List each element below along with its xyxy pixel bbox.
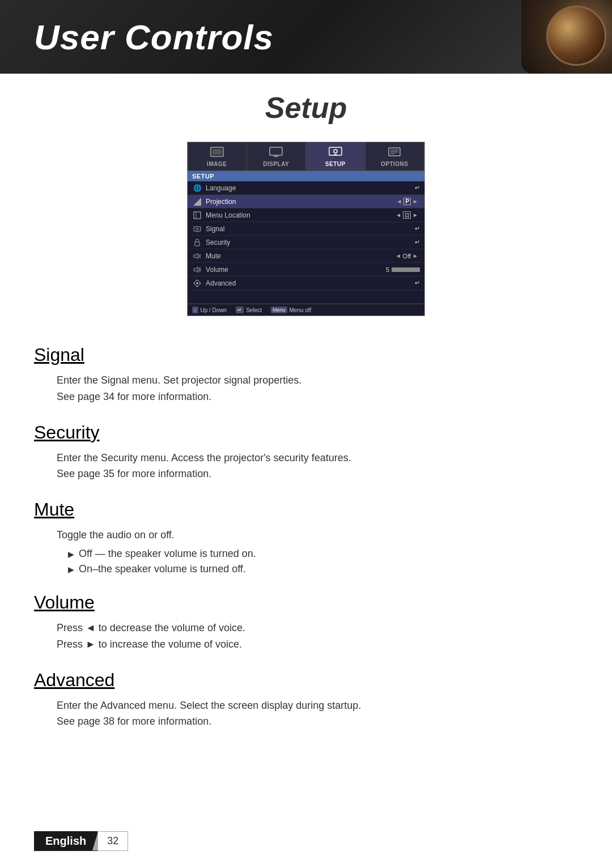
page-title: User Controls [34, 17, 274, 57]
security-label: Security [206, 239, 415, 246]
updown-icon: ↕ [192, 307, 198, 313]
footer-language: English [34, 831, 97, 851]
updown-label: Up / Down [201, 307, 227, 313]
projection-left-arrow: ◄ [397, 198, 402, 205]
advanced-value: ↵ [415, 279, 420, 287]
advanced-label: Advanced [206, 279, 415, 287]
volume-body: Press ◄ to decrease the volume of voice.… [34, 620, 578, 653]
tab-setup[interactable]: SETUP [306, 142, 366, 171]
menulocation-value: ⊡ [403, 211, 411, 219]
signal-value: ↵ [415, 225, 420, 232]
volume-icon [192, 266, 202, 274]
security-icon [192, 239, 202, 246]
menu-row-security[interactable]: Security ↵ [188, 236, 424, 249]
svg-point-6 [334, 150, 337, 153]
page-content: Setup IMAGE DISPLAY [0, 74, 612, 757]
mute-label: Mute [206, 252, 394, 260]
header: User Controls [0, 0, 612, 74]
menu-row-projection[interactable]: Projection ◄ P ► [188, 195, 424, 209]
menuoff-label: Menu off [290, 307, 312, 313]
projection-right-arrow: ► [413, 198, 418, 205]
bullet-arrow-2: ▶ [68, 565, 74, 574]
advanced-heading: Advanced [34, 670, 578, 691]
bullet-arrow-1: ▶ [68, 550, 74, 559]
svg-marker-19 [194, 253, 198, 259]
language-icon: 🌐 [192, 184, 202, 192]
mute-icon [192, 252, 202, 260]
menulocation-box-icon: ⊡ [403, 211, 411, 219]
projector-menu: IMAGE DISPLAY SETUP [187, 142, 425, 316]
tab-setup-label: SETUP [325, 161, 346, 167]
projection-label: Projection [206, 198, 395, 206]
mute-bullets: ▶ Off — the speaker volume is turned on.… [34, 548, 578, 575]
menu-screenshot-container: IMAGE DISPLAY SETUP [34, 142, 578, 316]
svg-point-24 [196, 282, 198, 284]
svg-rect-2 [270, 147, 282, 155]
projection-icon [192, 198, 202, 206]
svg-rect-1 [212, 149, 222, 155]
menu-row-advanced[interactable]: Advanced ↵ [188, 276, 424, 290]
select-icon: ↵ [236, 307, 244, 313]
header-lens-decoration [521, 0, 612, 74]
menu-row-language[interactable]: 🌐 Language ↵ [188, 181, 424, 195]
options-tab-icon [388, 147, 401, 160]
signal-body: Enter the Signal menu. Set projector sig… [34, 372, 578, 405]
menu-bottom-bar: ↕ Up / Down ↵ Select Menu Menu off [188, 304, 424, 316]
security-value: ↵ [415, 239, 420, 246]
menu-row-volume[interactable]: Volume 5 [188, 263, 424, 276]
select-label: Select [246, 307, 262, 313]
svg-marker-22 [194, 267, 198, 273]
setup-tab-icon [329, 147, 342, 160]
section-signal: Signal Enter the Signal menu. Set projec… [34, 344, 578, 405]
menu-row-mute[interactable]: Mute ◄ Off ► [188, 249, 424, 263]
menu-row-menulocation[interactable]: Menu Location ◄ ⊡ ► [188, 209, 424, 222]
menuoff-icon: Menu [271, 307, 287, 313]
tab-image[interactable]: IMAGE [188, 142, 247, 171]
menu-row-signal[interactable]: Signal ↵ [188, 222, 424, 236]
image-tab-icon [210, 147, 224, 160]
signal-icon [192, 225, 202, 233]
setup-subtitle: Setup [34, 91, 578, 125]
svg-rect-5 [329, 147, 342, 155]
language-value: ↵ [415, 184, 420, 192]
mute-right-arrow: ► [413, 253, 418, 259]
menulocation-label: Menu Location [206, 211, 394, 219]
volume-track [392, 267, 420, 272]
projection-value: P [403, 198, 411, 205]
mute-bullet-on: ▶ On–the speaker volume is turned off. [68, 563, 578, 575]
section-mute: Mute Toggle the audio on or off. ▶ Off —… [34, 499, 578, 575]
tab-options-label: OPTIONS [381, 161, 409, 167]
advanced-body: Enter the Advanced menu. Select the scre… [34, 697, 578, 730]
bottom-menuoff: Menu Menu off [271, 307, 311, 313]
volume-heading: Volume [34, 592, 578, 613]
tab-options[interactable]: OPTIONS [366, 142, 425, 171]
svg-rect-17 [196, 228, 199, 230]
language-label: Language [206, 184, 415, 192]
mute-value: Off [403, 253, 411, 259]
menu-spacer [188, 290, 424, 304]
page-footer: English 32 [34, 831, 128, 851]
mute-bullet-off: ▶ Off — the speaker volume is turned on. [68, 548, 578, 560]
svg-rect-7 [334, 154, 337, 155]
projection-p-icon: P [403, 198, 411, 205]
footer-page-number: 32 [97, 831, 128, 851]
tab-image-label: IMAGE [207, 161, 227, 167]
section-volume: Volume Press ◄ to decrease the volume of… [34, 592, 578, 653]
bottom-updown: ↕ Up / Down [192, 307, 227, 313]
security-heading: Security [34, 422, 578, 443]
svg-rect-13 [194, 212, 201, 219]
tab-display[interactable]: DISPLAY [247, 142, 307, 171]
svg-rect-18 [195, 242, 199, 246]
menu-tab-bar: IMAGE DISPLAY SETUP [188, 142, 424, 171]
display-tab-icon [269, 147, 283, 160]
tab-display-label: DISPLAY [263, 161, 289, 167]
signal-heading: Signal [34, 344, 578, 365]
menulocation-left-arrow: ◄ [396, 212, 401, 218]
svg-marker-12 [193, 198, 201, 206]
mute-heading: Mute [34, 499, 578, 520]
security-body: Enter the Security menu. Access the proj… [34, 450, 578, 483]
volume-value: 5 [386, 266, 420, 273]
mute-bullet-on-text: On–the speaker volume is turned off. [79, 563, 246, 575]
volume-label: Volume [206, 266, 386, 274]
menulocation-icon [192, 211, 202, 219]
